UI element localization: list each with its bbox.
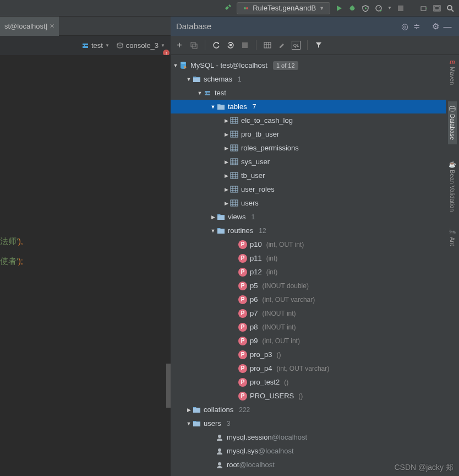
node-icon: P <box>238 364 248 373</box>
routine-pro_p3[interactable]: P pro_p3() <box>171 348 446 361</box>
editor-tabbar: st@localhost] ✕ <box>0 17 171 36</box>
table-elc_to_cash_log[interactable]: ▶ elc_to_cash_log <box>171 113 446 127</box>
filter-settings-icon[interactable]: ≑ <box>411 21 423 31</box>
routine-p9[interactable]: P p9(int, OUT int) <box>171 334 446 348</box>
node-label: users <box>241 199 259 207</box>
database-tab[interactable]: Database <box>448 101 457 144</box>
debug-icon[interactable] <box>348 4 357 13</box>
stop-icon[interactable] <box>396 4 405 13</box>
add-icon[interactable]: + <box>175 41 184 50</box>
svg-point-0 <box>244 7 246 9</box>
minimize-icon[interactable]: — <box>441 21 453 31</box>
session-selector[interactable]: console_3▼ <box>116 41 165 50</box>
run-config-label: RuleTest.genAandB <box>253 4 316 12</box>
svg-point-63 <box>218 435 221 438</box>
views-folder[interactable]: ▶ views1 <box>171 210 446 224</box>
editor-scrollbar[interactable] <box>166 364 171 408</box>
routine-pro_p4[interactable]: P pro_p4(int, OUT varchar) <box>171 361 446 375</box>
run-icon[interactable] <box>335 4 343 13</box>
table-tb_user[interactable]: ▶ tb_user <box>171 169 446 182</box>
close-tab-icon[interactable]: ✕ <box>50 23 54 30</box>
attach-icon[interactable] <box>419 4 428 13</box>
profile-icon[interactable] <box>374 4 383 13</box>
editor-area[interactable]: 法师'), 使者'); <box>0 55 171 476</box>
node-label: pro_tb_user <box>241 130 279 138</box>
routine-p10[interactable]: P p10(int, OUT int) <box>171 237 446 251</box>
bean-validation-tab[interactable]: ☕Bean Validation <box>449 161 456 212</box>
svg-point-24 <box>181 62 186 64</box>
target-icon[interactable]: ◎ <box>398 21 411 31</box>
routine-p5[interactable]: P p5(INOUT double) <box>171 279 446 293</box>
routine-pro_test2[interactable]: P pro_test2() <box>171 375 446 389</box>
ddl-icon[interactable]: QL <box>292 41 300 50</box>
tables-folder[interactable]: ▼ tables7 <box>171 100 446 113</box>
routine-p7[interactable]: P p7(INOUT int) <box>171 306 446 320</box>
node-icon <box>215 447 225 456</box>
svg-point-66 <box>450 106 455 109</box>
layout-icon[interactable] <box>433 4 441 13</box>
table-user_roles[interactable]: ▶ user_roles <box>171 182 446 196</box>
schemas-folder[interactable]: ▼ schemas1 <box>171 72 446 86</box>
editor-tab[interactable]: st@localhost] ✕ <box>0 17 59 36</box>
user-mysql.session[interactable]: mysql.session@localhost <box>171 430 446 444</box>
node-icon <box>229 172 239 179</box>
table-pro_tb_user[interactable]: ▶ pro_tb_user <box>171 127 446 141</box>
svg-rect-27 <box>206 92 207 94</box>
node-icon <box>178 61 188 70</box>
routines-folder[interactable]: ▼ routines12 <box>171 224 446 237</box>
build-hammer-icon[interactable] <box>223 4 232 13</box>
routine-p6[interactable]: P p6(int, OUT varchar) <box>171 293 446 306</box>
search-icon[interactable] <box>446 4 455 13</box>
table-users[interactable]: ▶ users <box>171 196 446 210</box>
table-view-icon[interactable] <box>263 41 272 50</box>
expand-icon: ▼ <box>210 228 216 234</box>
routine-p12[interactable]: P p12(int) <box>171 265 446 279</box>
node-label: p12 <box>250 268 262 276</box>
svg-line-11 <box>451 9 453 12</box>
node-icon <box>192 75 201 83</box>
db-root[interactable]: ▼ MySQL - test@localhost1 of 12 <box>171 58 446 72</box>
coverage-icon[interactable] <box>361 4 370 13</box>
node-icon: P <box>238 309 248 318</box>
collations-folder[interactable]: ▶ collations222 <box>171 403 446 416</box>
users-folder[interactable]: ▼ users3 <box>171 416 446 430</box>
node-icon: P <box>238 240 248 249</box>
node-label: elc_to_cash_log <box>241 116 293 125</box>
routine-PRO_USERS[interactable]: P PRO_USERS() <box>171 389 446 403</box>
edit-icon[interactable] <box>277 41 286 50</box>
ant-tab[interactable]: 🐜Ant <box>449 228 456 246</box>
schema-selector[interactable]: test▼ <box>81 41 110 50</box>
node-icon <box>229 199 239 207</box>
routine-p11[interactable]: P p11(int) <box>171 251 446 265</box>
expand-icon: ▶ <box>223 159 229 165</box>
run-config-selector[interactable]: RuleTest.genAandB ▼ <box>237 2 330 14</box>
filter-icon[interactable] <box>314 41 323 50</box>
chevron-down-icon: ▼ <box>319 6 324 11</box>
routine-p8[interactable]: P p8(INOUT int) <box>171 320 446 334</box>
schema-test[interactable]: ▼ test <box>171 86 446 100</box>
expand-icon: ▼ <box>186 421 192 426</box>
refresh-icon[interactable] <box>212 41 221 50</box>
user-mysql.sys[interactable]: mysql.sys@localhost <box>171 444 446 458</box>
settings-icon[interactable]: ⚙ <box>429 21 441 31</box>
stop-refresh-icon[interactable] <box>226 41 235 50</box>
node-label: p5 <box>250 282 258 290</box>
expand-icon: ▼ <box>173 63 178 68</box>
expand-icon: ▶ <box>223 118 229 123</box>
node-icon: P <box>238 254 248 263</box>
maven-tab[interactable]: mMaven <box>449 58 456 85</box>
table-roles_permissions[interactable]: ▶ roles_permissions <box>171 141 446 155</box>
tx-icon[interactable] <box>241 41 249 50</box>
table-sys_user[interactable]: ▶ sys_user <box>171 155 446 169</box>
node-icon: P <box>238 282 248 290</box>
main-toolbar: RuleTest.genAandB ▼ ▼ <box>0 0 459 17</box>
svg-rect-26 <box>205 94 210 95</box>
node-label: sys_user <box>241 158 270 166</box>
svg-rect-48 <box>231 172 238 178</box>
svg-point-64 <box>218 448 221 452</box>
node-icon <box>192 420 201 427</box>
node-icon <box>215 433 225 442</box>
duplicate-icon[interactable] <box>189 41 198 50</box>
svg-rect-20 <box>264 42 271 48</box>
svg-rect-19 <box>242 42 248 48</box>
